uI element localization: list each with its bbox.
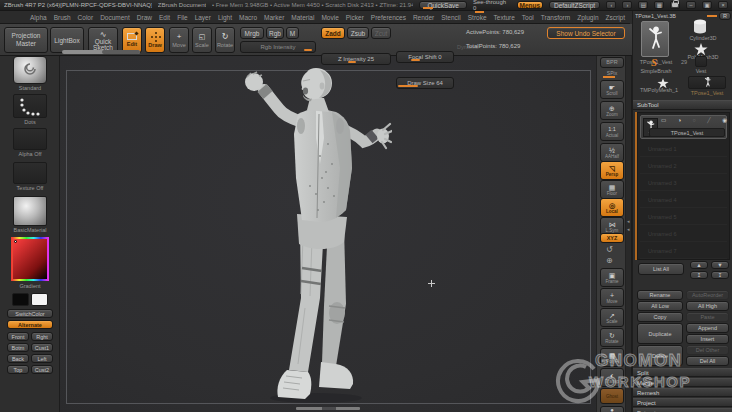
rotate-on-axis-icon[interactable]: ↺ [606,245,613,254]
simplebrush-thumb[interactable]: S [651,56,657,68]
del-all-button[interactable]: Del All [686,356,729,366]
palette-config-icon[interactable]: ▦ [654,1,664,9]
menu-file[interactable]: File [177,14,187,21]
frame-button[interactable]: ▣Frame [600,268,624,287]
menu-color[interactable]: Color [78,14,94,21]
merge-section[interactable]: Merge [633,378,732,387]
canvas-scrollbar[interactable] [296,407,360,410]
spix-slider[interactable]: SPix [601,70,623,76]
view-cust1-button[interactable]: Cust1 [31,343,53,352]
local-button[interactable]: ◎Local [600,198,624,217]
project-section[interactable]: Project [633,398,732,407]
palette-grid-icon[interactable]: ▤ [638,1,648,9]
switchcolor-button[interactable]: SwitchColor [7,309,53,318]
shade-icon[interactable]: ◑ [678,117,681,123]
current-texture-thumb[interactable] [13,162,47,184]
persp-button[interactable]: ◹Persp [600,161,624,180]
menu-preferences[interactable]: Preferences [371,14,406,21]
subtool-down-button[interactable]: ▼ [711,261,729,269]
subtool-bottom-button[interactable]: ↧ [711,271,729,279]
draw-size-slider[interactable]: Draw Size 64 [396,77,454,89]
list-all-button[interactable]: List All [638,263,684,275]
menu-marker[interactable]: Marker [264,14,284,21]
scale-button[interactable]: ◱ Scale [192,27,212,53]
subtool-ghost-row[interactable]: Unnamed 1 [640,141,727,157]
subtool-ghost-row[interactable]: Unnamed 4 [640,192,727,208]
next-icon[interactable]: › [622,1,632,9]
view-back-button[interactable]: Back [7,354,29,363]
extract-section[interactable]: Extract [633,408,732,412]
subtool-ghost-row[interactable]: Unnamed 5 [640,209,727,225]
menu-zplugin[interactable]: Zplugin [577,14,598,21]
subtool-active-row[interactable]: ▭ ◑ ○ ╱ ◉ TPose1_Vest [640,115,727,139]
visibility-icon[interactable]: ◉ [722,117,727,123]
see-through-slider[interactable]: See-through 0 [473,0,511,11]
uv-icon[interactable]: ○ [693,117,696,123]
rgb-button[interactable]: Rgb [266,27,284,39]
rename-button[interactable]: Rename [637,290,683,300]
r-button[interactable]: R [719,12,731,20]
minimize-icon[interactable]: – [686,1,696,9]
alternate-button[interactable]: Alternate [7,320,53,329]
menu-edit[interactable]: Edit [159,14,170,21]
current-stroke-thumb[interactable] [13,94,47,118]
menu-material[interactable]: Material [291,14,314,21]
menu-zscript[interactable]: Zscript [606,14,626,21]
menu-stencil[interactable]: Stencil [441,14,461,21]
recent-tool-thumb[interactable] [688,76,726,89]
move-3d-button[interactable]: +Move [600,288,624,307]
subtool-top-button[interactable]: ↥ [690,271,708,279]
menu-picker[interactable]: Picker [346,14,364,21]
move-button[interactable]: + Move [169,27,189,53]
show-undo-selector-button[interactable]: Show Undo Selector [547,27,625,39]
quicksave-button[interactable]: QuickSave [419,1,467,9]
current-brush-thumb[interactable] [13,56,47,84]
document-canvas[interactable] [60,56,596,412]
menu-transform[interactable]: Transform [541,14,570,21]
menu-layer[interactable]: Layer [195,14,211,21]
menu-light[interactable]: Light [218,14,232,21]
all-low-button[interactable]: All Low [637,301,683,311]
view-front-button[interactable]: Front [7,332,29,341]
floor-button[interactable]: ▦Floor [600,180,624,199]
view-top-button[interactable]: Top [7,365,29,374]
subtool-ghost-row[interactable]: Unnamed 2 [640,158,727,174]
menu-draw[interactable]: Draw [137,14,152,21]
mrgb-button[interactable]: Mrgb [240,27,264,39]
menu-tool[interactable]: Tool [522,14,534,21]
view-bottom-button[interactable]: Botm [7,343,29,352]
xyz-button[interactable]: XYZ [600,233,624,243]
m-button[interactable]: M [286,27,299,39]
focal-shift-slider[interactable]: Focal Shift 0 [396,51,454,63]
restore-icon[interactable]: ▣ [702,1,712,9]
rotate-button[interactable]: ↻ Rotate [215,27,235,53]
copy-button[interactable]: Copy [637,312,683,322]
menu-macro[interactable]: Macro [239,14,257,21]
menu-render[interactable]: Render [413,14,434,21]
default-zscript-button[interactable]: DefaultZScript [549,1,601,9]
subtool-up-button[interactable]: ▲ [690,261,708,269]
subtool-ghost-row[interactable]: Unnamed 7 [640,243,727,259]
zoom-button[interactable]: ⊕Zoom [600,101,624,120]
menu-brush[interactable]: Brush [54,14,71,21]
transp-button[interactable]: ◐Transp [600,368,624,387]
close-icon[interactable]: × [718,1,728,9]
scroll-button[interactable]: ☛Scroll [600,80,624,99]
active-tool-thumb[interactable] [641,21,669,57]
scale-3d-button[interactable]: ↗Scale [600,308,624,327]
autoreorder-button[interactable]: AutoReorder [686,290,729,300]
remesh-section[interactable]: Remesh [633,388,732,397]
duplicate-button[interactable]: Duplicate [637,323,683,344]
polypaint-icon[interactable]: ▭ [661,117,666,123]
rotate-3d-button[interactable]: ↻Rotate [600,328,624,347]
menus-button[interactable]: Menus [517,1,543,9]
all-high-button[interactable]: All High [686,301,729,311]
lock-icon[interactable] [670,1,680,9]
zsub-button[interactable]: Zsub [347,27,369,39]
menu-document[interactable]: Document [100,14,130,21]
tool-panel-header[interactable]: TPose1_Vest.3B R [635,11,731,20]
delete-button[interactable]: Delete [637,345,683,366]
subtool-ghost-row[interactable]: Unnamed 6 [640,226,727,242]
draw-button[interactable]: Draw [145,27,165,53]
aahalf-button[interactable]: ½AAHalf [600,143,624,162]
